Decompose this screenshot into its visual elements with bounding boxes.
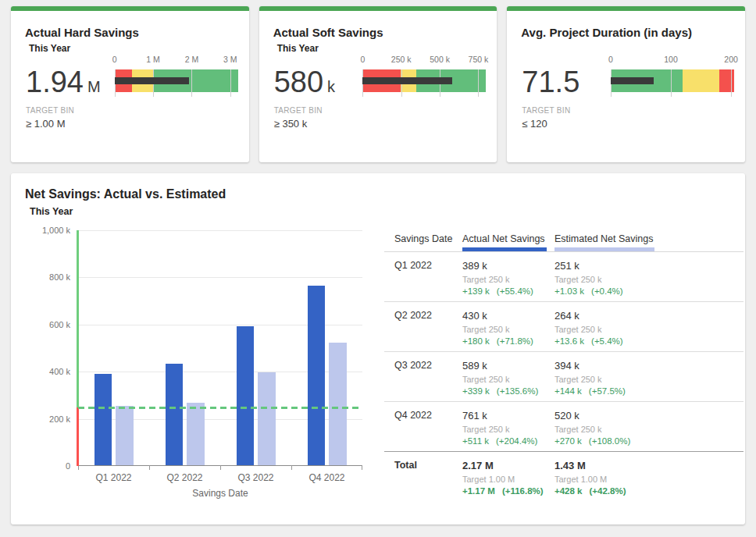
table-row-q1-2022[interactable]: Q1 2022389 kTarget 250 k+139 k(+55.4%)25… xyxy=(384,252,744,302)
cell-delta: +270 k(+108.0%) xyxy=(555,436,630,446)
delta-percent: (+204.4%) xyxy=(496,436,537,446)
cell-value: 761 k xyxy=(462,410,537,421)
table-body: Q1 2022389 kTarget 250 k+139 k(+55.4%)25… xyxy=(384,252,744,500)
legend-swatch-actual xyxy=(462,247,547,251)
kpi-value-number: 580 xyxy=(274,66,323,98)
column-header-savings-date: Savings Date xyxy=(394,233,452,244)
delta-percent: (+135.6%) xyxy=(497,386,538,396)
cell-target: Target 250 k xyxy=(462,325,533,334)
chart-title: Net Savings: Actual vs. Estimated xyxy=(25,187,226,201)
bullet-tick-label: 2 M xyxy=(185,55,199,64)
kpi-value: 1.94M xyxy=(26,66,101,103)
cell-target: Target 250 k xyxy=(555,325,623,334)
cell-target: Target 250 k xyxy=(555,375,626,384)
y-axis-line-below-target xyxy=(77,407,79,467)
bar-actual-net-savings-q2-2022[interactable] xyxy=(166,364,183,465)
bar-estimated-net-savings-q4-2022[interactable] xyxy=(329,343,347,465)
x-tick-label-q2-2022: Q2 2022 xyxy=(149,472,220,483)
delta-percent: (+42.8%) xyxy=(590,486,626,496)
kpi-subtitle: This Year xyxy=(277,43,319,54)
bullet-chart: 0250 k500 k750 k xyxy=(362,55,486,103)
actual-cell-q4-2022: 761 kTarget 250 k+511 k(+204.4%) xyxy=(462,410,537,446)
kpi-title: Actual Hard Savings xyxy=(25,26,139,39)
bar-estimated-net-savings-q1-2022[interactable] xyxy=(116,406,134,465)
bar-actual-net-savings-q3-2022[interactable] xyxy=(237,326,254,465)
row-date: Q1 2022 xyxy=(394,260,432,271)
kpi-value: 71.5 xyxy=(522,66,583,103)
kpi-value: 580k xyxy=(274,66,335,103)
kpi-value-unit: M xyxy=(87,78,101,95)
x-tick-label-q4-2022: Q4 2022 xyxy=(291,472,362,483)
cell-delta: +428 k(+42.8%) xyxy=(555,486,626,496)
x-axis-labels: Q1 2022Q2 2022Q3 2022Q4 2022 xyxy=(78,472,362,483)
y-axis-line-above-target xyxy=(77,230,79,407)
estimated-cell-q4-2022: 520 kTarget 250 k+270 k(+108.0%) xyxy=(555,410,630,446)
cell-delta: +13.6 k(+5.4%) xyxy=(555,336,623,346)
table-row-total[interactable]: Total2.17 MTarget 1.00 M+1.17 M(+116.8%)… xyxy=(384,452,744,500)
cell-target: Target 1.00 M xyxy=(462,475,544,484)
kpi-value-number: 71.5 xyxy=(522,66,579,98)
cell-value: 520 k xyxy=(555,410,630,421)
card-accent-bar xyxy=(11,6,249,11)
y-tick-label: 200 k xyxy=(49,414,70,424)
kpi-title: Actual Soft Savings xyxy=(273,26,383,39)
bullet-measure-bar xyxy=(611,77,654,84)
plot-area xyxy=(78,230,362,466)
net-savings-card: Net Savings: Actual vs. Estimated This Y… xyxy=(11,173,745,525)
estimated-cell-q3-2022: 394 kTarget 250 k+144 k(+57.5%) xyxy=(555,360,626,396)
delta-percent: (+55.4%) xyxy=(497,286,533,296)
card-accent-bar xyxy=(259,6,497,11)
cell-delta: +1.03 k(+0.4%) xyxy=(555,286,623,296)
bar-actual-net-savings-q4-2022[interactable] xyxy=(308,286,325,465)
x-axis-tick xyxy=(362,465,362,470)
cell-value: 589 k xyxy=(462,360,538,372)
y-tick-label: 0 xyxy=(66,461,70,471)
cell-target: Target 250 k xyxy=(555,425,630,434)
bar-estimated-net-savings-q2-2022[interactable] xyxy=(187,403,205,465)
bullet-tick-label: 1 M xyxy=(146,55,160,64)
cell-value: 1.43 M xyxy=(555,460,626,471)
delta-amount: +13.6 k xyxy=(555,336,584,346)
table-row-q3-2022[interactable]: Q3 2022589 kTarget 250 k+339 k(+135.6%)3… xyxy=(384,352,744,402)
table-row-q2-2022[interactable]: Q2 2022430 kTarget 250 k+180 k(+71.8%)26… xyxy=(384,302,744,352)
delta-amount: +511 k xyxy=(462,436,489,446)
bullet-measure-bar xyxy=(362,77,452,84)
kpi-card-actual-soft-savings: Actual Soft Savings This Year 580k TARGE… xyxy=(259,6,497,162)
cell-value: 251 k xyxy=(555,260,623,272)
x-axis-title: Savings Date xyxy=(78,488,362,499)
cell-target: Target 250 k xyxy=(462,375,538,384)
delta-amount: +1.17 M xyxy=(462,486,495,496)
delta-amount: +139 k xyxy=(462,286,490,296)
kpi-value-unit: k xyxy=(327,78,335,95)
table-row-q4-2022[interactable]: Q4 2022761 kTarget 250 k+511 k(+204.4%)5… xyxy=(384,402,744,452)
bullet-tick-line xyxy=(191,69,192,97)
bar-actual-net-savings-q1-2022[interactable] xyxy=(94,374,112,465)
kpi-target-bin-value: ≥ 350 k xyxy=(274,118,308,130)
cell-delta: +339 k(+135.6%) xyxy=(462,386,538,396)
bar-estimated-net-savings-q3-2022[interactable] xyxy=(258,372,276,465)
cell-target: Target 250 k xyxy=(462,275,533,284)
target-line xyxy=(78,407,362,409)
y-tick-label: 400 k xyxy=(49,367,70,376)
cell-delta: +139 k(+55.4%) xyxy=(462,286,533,296)
cell-value: 389 k xyxy=(462,260,533,272)
cell-target: Target 250 k xyxy=(555,275,623,284)
bar-groups xyxy=(78,230,362,465)
bullet-tick-label: 0 xyxy=(608,55,613,64)
bullet-measure-bar xyxy=(115,77,190,84)
delta-percent: (+116.8%) xyxy=(502,486,544,496)
kpi-subtitle: This Year xyxy=(29,43,70,54)
actual-cell-q3-2022: 589 kTarget 250 k+339 k(+135.6%) xyxy=(462,360,538,396)
bullet-tick-label: 750 k xyxy=(469,55,489,64)
delta-percent: (+5.4%) xyxy=(591,336,623,346)
x-tick-label-q1-2022: Q1 2022 xyxy=(78,472,149,483)
kpi-target-bin-label: TARGET BIN xyxy=(274,106,323,115)
x-tick-label-q3-2022: Q3 2022 xyxy=(220,472,291,483)
bullet-tick-line xyxy=(731,69,732,97)
row-date: Q2 2022 xyxy=(394,310,432,321)
actual-cell-total: 2.17 MTarget 1.00 M+1.17 M(+116.8%) xyxy=(462,460,544,496)
bullet-tick-label: 200 xyxy=(724,55,738,64)
x-axis-tick xyxy=(149,465,150,470)
bullet-tick-label: 0 xyxy=(112,55,117,64)
bullet-tick-label: 3 M xyxy=(223,55,237,64)
